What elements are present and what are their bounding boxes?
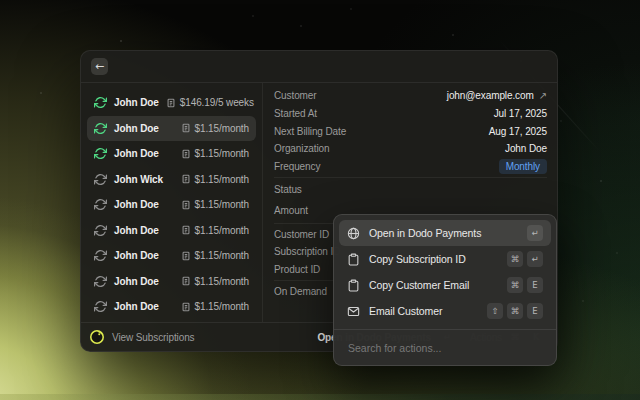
price-text: $1.15/month — [195, 199, 250, 210]
subscription-list-item[interactable]: John Doe $1.15/month — [87, 141, 256, 167]
subscription-list-item[interactable]: John Doe $1.15/month — [87, 269, 256, 295]
shortcut-keys: ⌘E — [507, 277, 543, 293]
receipt-icon — [181, 251, 191, 261]
action-menu-item[interactable]: Copy Customer Email ⌘E — [339, 272, 551, 298]
shortcut-key: ⌘ — [507, 277, 523, 293]
subscription-list-item[interactable]: John Doe $1.15/month — [87, 294, 256, 320]
action-search-input[interactable] — [346, 341, 544, 355]
detail-value: Monthly — [499, 159, 547, 174]
recurring-icon — [94, 122, 107, 135]
details-group: Customer john@example.com↗ Started At Ju… — [274, 87, 547, 175]
receipt-icon — [166, 98, 176, 108]
detail-label: Frequency — [274, 161, 320, 172]
action-label: Email Customer — [369, 305, 442, 317]
price-badge: $1.15/month — [181, 301, 250, 312]
shortcut-keys: ↵ — [527, 225, 543, 241]
price-badge: $146.19/5 weeks — [166, 97, 254, 108]
receipt-icon — [181, 123, 191, 133]
action-search-row — [334, 329, 556, 365]
price-badge: $1.15/month — [181, 174, 250, 185]
detail-label: Started At — [274, 108, 317, 119]
detail-value: john@example.com↗ — [447, 90, 547, 101]
price-text: $1.15/month — [195, 174, 250, 185]
customer-name: John Doe — [114, 148, 159, 159]
detail-value-text: John Doe — [505, 143, 547, 154]
action-label: Open in Dodo Payments — [369, 227, 481, 239]
price-badge: $1.15/month — [181, 148, 250, 159]
detail-row: Started At Jul 17, 2025 — [274, 105, 547, 123]
recurring-icon — [94, 198, 107, 211]
subscription-list: John Doe $146.19/5 weeks John Doe $1.15/… — [81, 83, 263, 322]
action-menu-item[interactable]: Open in Dodo Payments ↵ — [339, 220, 551, 246]
action-menu-item[interactable]: Email Customer ⇧⌘E — [339, 298, 551, 324]
customer-name: John Doe — [114, 250, 159, 261]
detail-label: Customer — [274, 90, 317, 101]
shortcut-key: ⌘ — [507, 303, 523, 319]
subscription-detail-window: ← John Doe $146.19/5 weeks John Doe $1.1… — [80, 50, 558, 352]
window-body: John Doe $146.19/5 weeks John Doe $1.15/… — [81, 83, 557, 322]
shortcut-key: ↵ — [527, 251, 543, 267]
price-text: $1.15/month — [195, 148, 250, 159]
detail-label: Product ID — [274, 264, 320, 275]
recurring-icon — [94, 275, 107, 288]
detail-label: Status — [274, 184, 302, 195]
price-badge: $1.15/month — [181, 250, 250, 261]
detail-label: Organization — [274, 143, 330, 154]
window-header: ← — [81, 51, 557, 83]
detail-row: Next Billing Date Aug 17, 2025 — [274, 122, 547, 140]
subscription-list-item[interactable]: John Doe $146.19/5 weeks — [87, 90, 256, 116]
customer-name: John Doe — [114, 123, 159, 134]
detail-label: Customer ID — [274, 229, 329, 240]
command-label: View Subscriptions — [112, 332, 195, 343]
price-text: $1.15/month — [195, 250, 250, 261]
price-badge: $1.15/month — [181, 123, 250, 134]
receipt-icon — [181, 174, 191, 184]
detail-value: John Doe — [505, 143, 547, 154]
subscription-list-item[interactable]: John Doe $1.15/month — [87, 218, 256, 244]
detail-value: Jul 17, 2025 — [494, 108, 547, 119]
globe-icon — [347, 227, 360, 240]
price-text: $146.19/5 weeks — [180, 97, 254, 108]
recurring-icon — [94, 173, 107, 186]
shortcut-key: E — [527, 277, 543, 293]
detail-value-text: Jul 17, 2025 — [494, 108, 547, 119]
customer-name: John Doe — [114, 276, 159, 287]
receipt-icon — [181, 225, 191, 235]
receipt-icon — [181, 302, 191, 312]
wallpaper-bottom-band — [0, 394, 640, 400]
customer-name: John Doe — [114, 225, 159, 236]
action-label: Copy Subscription ID — [369, 253, 466, 265]
external-link-icon[interactable]: ↗ — [539, 90, 547, 101]
frequency-badge: Monthly — [499, 159, 547, 174]
clipboard-icon — [347, 279, 360, 292]
action-menu-items: Open in Dodo Payments ↵ Copy Subscriptio… — [334, 215, 556, 329]
action-menu-item[interactable]: Copy Subscription ID ⌘↵ — [339, 246, 551, 272]
price-badge: $1.15/month — [181, 225, 250, 236]
detail-value-text: Aug 17, 2025 — [489, 126, 547, 137]
price-text: $1.15/month — [195, 301, 250, 312]
detail-label: Amount — [274, 205, 308, 216]
recurring-icon — [94, 249, 107, 262]
subscription-list-item[interactable]: John Doe $1.15/month — [87, 116, 256, 142]
subscription-list-item[interactable]: John Doe $1.15/month — [87, 243, 256, 269]
price-text: $1.15/month — [195, 276, 250, 287]
detail-value-text: john@example.com — [447, 90, 534, 101]
detail-row: Organization John Doe — [274, 140, 547, 158]
detail-label: On Demand — [274, 286, 327, 297]
detail-label: Next Billing Date — [274, 126, 346, 137]
receipt-icon — [181, 149, 191, 159]
shortcut-key: ⇧ — [487, 303, 503, 319]
subscription-list-item[interactable]: John Doe $1.15/month — [87, 192, 256, 218]
clipboard-icon — [347, 253, 360, 266]
back-button[interactable]: ← — [91, 58, 108, 75]
receipt-icon — [181, 200, 191, 210]
wallpaper-noise — [0, 0, 2, 2]
subscription-list-item[interactable]: John Wick $1.15/month — [87, 167, 256, 193]
shortcut-keys: ⌘↵ — [507, 251, 543, 267]
action-label: Copy Customer Email — [369, 279, 469, 291]
shortcut-keys: ⇧⌘E — [487, 303, 543, 319]
customer-name: John Doe — [114, 301, 159, 312]
price-text: $1.15/month — [195, 225, 250, 236]
detail-row: Frequency Monthly — [274, 158, 547, 176]
customer-name: John Doe — [114, 199, 159, 210]
